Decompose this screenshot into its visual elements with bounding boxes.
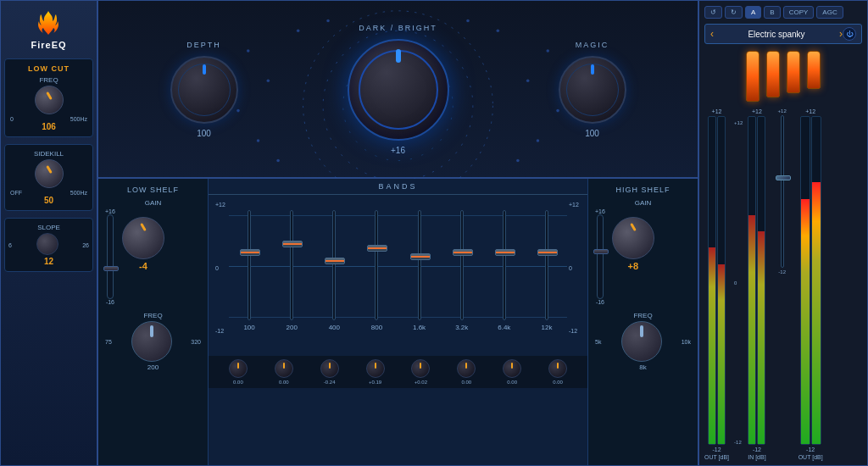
band-val-5: +0.02 [415,380,427,385]
low-shelf-gain-knob[interactable] [122,217,164,259]
band-fader-6[interactable]: 3.2k [442,202,482,337]
out-db-bottom: -12 [712,447,721,452]
power-icon: ⏻ [846,31,853,38]
out-meter-bar-2 [717,116,726,445]
tube-3 [787,51,800,93]
band-knob-3[interactable] [320,359,339,378]
fader-track-6 [460,210,464,320]
low-shelf-min: -16 [106,299,114,305]
tubes-row [704,51,862,102]
band-fader-8[interactable]: 12k [526,202,567,337]
fader-handle-3[interactable] [325,258,345,264]
low-cut-title: LOW CUT [8,64,89,73]
svg-point-6 [257,139,260,142]
band-fader-1[interactable]: 100 [229,202,270,337]
bands-center: BANDS +12 0 -12 [209,179,587,465]
band-knob-1[interactable] [229,359,248,378]
fader-handle-6[interactable] [453,249,473,256]
a-button[interactable]: A [745,6,761,19]
band-fader-5[interactable]: 1.6k [399,202,440,337]
band-knob-7-wrap: 0.00 [503,359,521,385]
freq-min: 0 [10,116,14,122]
slope-section: SLOPE 6 26 12 [4,218,93,272]
bands-title: BANDS [209,179,587,195]
high-shelf-gain-knob[interactable] [612,217,654,259]
band-knob-4-wrap: +0.19 [366,359,385,385]
high-shelf-gain-fader[interactable] [597,214,604,299]
band-val-2: 0.00 [279,380,289,385]
out2-meter-bar-2 [811,116,821,445]
high-shelf-fader-handle[interactable] [593,249,609,254]
band-fader-3[interactable]: 400 [314,202,354,337]
right-panel: ↺ ↻ A B COPY AGC ‹ Electric spanky › ⏻ [698,1,867,465]
depth-indicator [203,64,206,75]
band-knob-7[interactable] [503,359,521,378]
high-shelf-freq-knob[interactable] [621,321,662,362]
svg-point-15 [466,19,470,23]
sidekill-value: 50 [8,196,89,205]
right-toolbar: ↺ ↻ A B COPY AGC [704,6,862,19]
low-shelf-fader-handle[interactable] [103,266,119,271]
bands-db-bot-left: -12 [215,328,227,334]
scale-12: +12 [734,120,743,125]
undo-button[interactable]: ↺ [704,6,722,19]
fader-handle-2[interactable] [282,241,303,247]
power-button[interactable]: ⏻ [843,27,856,41]
fader-track-8 [545,210,548,320]
svg-point-13 [297,30,300,33]
freq-3k2: 3.2k [455,324,468,331]
band-knob-5-wrap: +0.02 [411,359,430,385]
dark-bright-value: +16 [391,146,405,155]
freq-12k: 12k [541,324,552,331]
fader-handle-7[interactable] [495,249,515,256]
out-meter-fill-1 [709,247,715,444]
low-cut-section: LOW CUT FREQ 0 500Hz 106 [4,58,93,137]
scale-0: 0 [734,280,743,286]
fader-handle-4[interactable] [367,245,387,252]
dark-bright-section: DARK / BRIGHT +16 [348,24,449,155]
fader-handle-8[interactable] [537,249,558,256]
magic-knob[interactable] [559,56,626,124]
sidekill-knob[interactable] [35,159,64,188]
high-shelf-max: +16 [595,208,605,214]
b-button[interactable]: B [764,6,780,19]
redo-button[interactable]: ↻ [725,6,743,19]
band-knob-6-wrap: 0.00 [457,359,476,385]
freq-200: 200 [287,324,298,331]
freq-label: FREQ [8,76,89,84]
copy-button[interactable]: COPY [783,6,815,19]
band-knob-2[interactable] [275,359,293,378]
ch-fader-handle-left[interactable] [776,175,791,180]
out-meter-fill-2 [718,264,725,444]
slope-knob[interactable] [36,233,58,255]
depth-knob[interactable] [170,56,238,124]
band-fader-4[interactable]: 800 [356,202,397,337]
scale-m12: -12 [734,440,743,445]
low-shelf-gain-fader[interactable] [107,214,114,299]
freq-knob[interactable] [35,86,64,114]
band-knob-6[interactable] [457,359,476,378]
fader-handle-1[interactable] [240,249,260,256]
dark-bright-knob[interactable] [348,39,449,141]
sidekill-label: SIDEKILL [8,150,89,158]
band-knob-5[interactable] [411,359,430,378]
band-knob-8[interactable] [548,359,567,378]
band-knob-3-wrap: -0.24 [320,359,339,385]
band-knob-4[interactable] [366,359,385,378]
fader-handle-5[interactable] [410,253,431,260]
low-shelf-freq-opt2: 320 [191,339,201,345]
freq-max: 500Hz [70,116,87,122]
band-fader-7[interactable]: 6.4k [484,202,525,337]
fader-track-5 [418,210,421,320]
out2-meter-fill-2 [812,182,821,444]
band-fader-2[interactable]: 200 [271,202,312,337]
low-shelf-freq-knob[interactable] [131,321,172,362]
out-meter-bar-1 [708,116,716,445]
high-shelf-min: -16 [596,299,604,305]
fire-icon [33,8,64,38]
bands-db-top-left: +12 [215,202,227,208]
high-shelf-gain-value: +8 [628,261,639,271]
out-db-top: +12 [712,108,722,114]
svg-point-8 [546,49,549,53]
agc-button[interactable]: AGC [816,6,843,19]
